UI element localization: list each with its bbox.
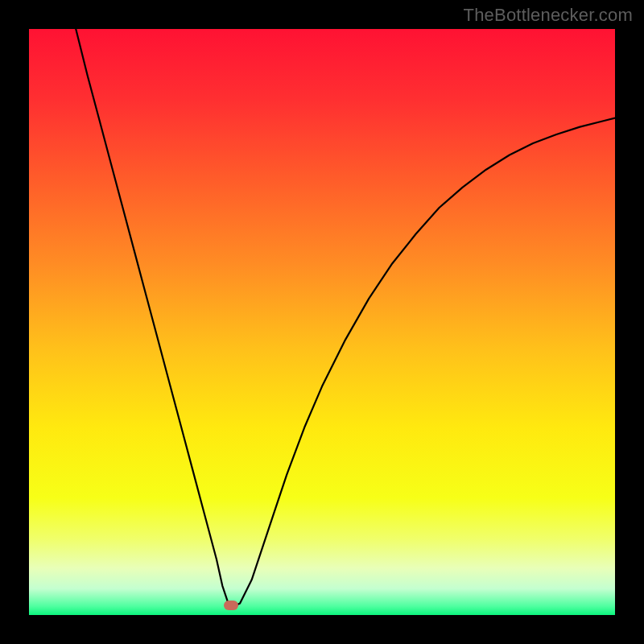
chart-svg — [29, 29, 615, 615]
gradient-background — [29, 29, 615, 615]
plot-area — [29, 29, 615, 615]
optimum-marker — [224, 601, 238, 610]
chart-frame: TheBottlenecker.com — [0, 0, 644, 644]
watermark-text: TheBottlenecker.com — [464, 5, 633, 26]
